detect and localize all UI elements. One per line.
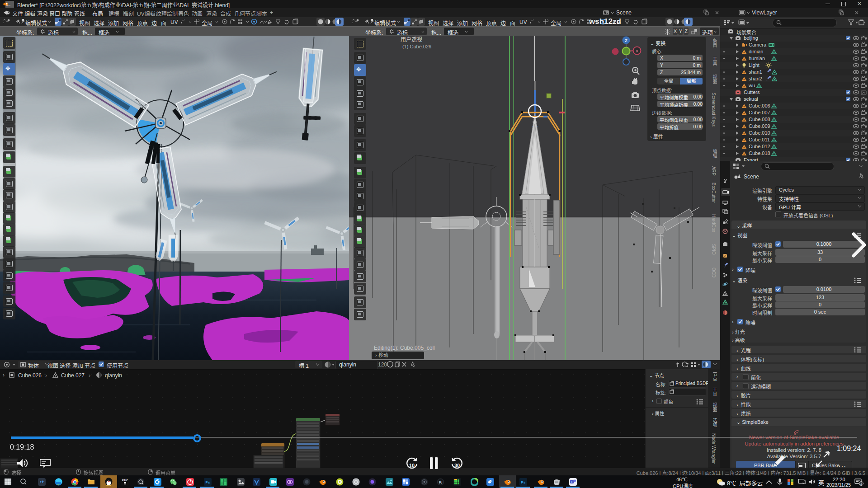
svg-text:(1) Cube.026: (1) Cube.026 bbox=[402, 44, 431, 49]
svg-text:10: 10 bbox=[409, 463, 415, 468]
svg-text:Z: Z bbox=[625, 38, 627, 43]
svg-text:Ps: Ps bbox=[521, 480, 526, 484]
svg-text:EPIC: EPIC bbox=[122, 479, 128, 482]
svg-text:Editing(1): Cube.005_coll: Editing(1): Cube.005_coll bbox=[374, 345, 435, 351]
svg-text:› 移动: › 移动 bbox=[375, 352, 388, 358]
svg-text:Ps: Ps bbox=[206, 480, 210, 484]
svg-text:30: 30 bbox=[454, 463, 460, 468]
svg-text:3: 3 bbox=[860, 482, 863, 486]
svg-text:X: X bbox=[636, 49, 638, 53]
svg-text:K: K bbox=[439, 480, 442, 484]
svg-text:用户透视: 用户透视 bbox=[401, 36, 422, 43]
svg-text:T: T bbox=[571, 480, 573, 483]
